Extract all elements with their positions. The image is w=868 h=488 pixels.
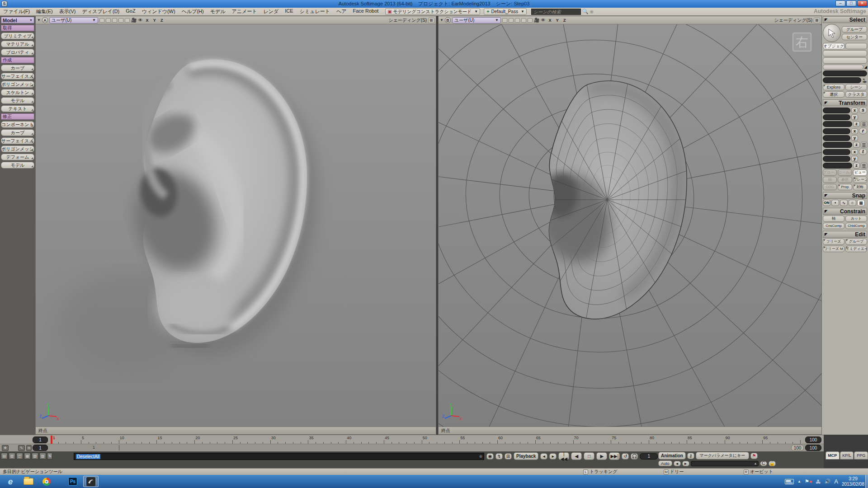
viewport-resize-icon[interactable]: ▼ [440,18,443,22]
scene-search-input[interactable]: シーンの検索 [531,9,581,15]
memo-cam-2[interactable] [509,18,514,23]
action-center-flag-icon[interactable]: ⚑✖ [805,479,812,484]
snap-on-button[interactable]: ON [823,200,830,206]
menubar-item-3[interactable]: ディスプレイ(D) [79,8,123,15]
volume-icon[interactable]: 🔊 [825,479,831,484]
transform-axis-r-x[interactable]: x [851,128,858,134]
transform-extra-2[interactable]: 対称 [853,184,867,190]
transform-axis-r-y[interactable]: y [851,135,858,141]
toolbar-mode-dropdown[interactable]: Model ▼ [1,17,34,23]
layout-mini-icon-4[interactable]: ▦ [24,453,31,460]
mcp-tab-PPG[interactable]: PPG [854,451,868,460]
toolbar-button-1-2[interactable]: ポリゴンメッシュ [1,81,34,88]
memo-cam-1[interactable] [99,18,104,23]
go-to-end-icon[interactable]: ▶▶| [609,452,620,460]
end-frame-field[interactable]: 100 [805,436,821,443]
menubar-item-5[interactable]: ウィンドウ(W) [139,8,179,15]
animation-menu-button[interactable]: Animation [658,452,686,460]
layout-mini-icon-3[interactable]: ◫ [16,453,23,460]
playhead[interactable] [51,436,52,444]
loop-icon[interactable]: ↺ [622,453,629,460]
mcp-tab-KPL[interactable]: KP/L [840,451,854,460]
toolbar-button-1-5[interactable]: テキスト [1,105,34,112]
transform-axis-r-z[interactable]: z [853,142,860,148]
toolbar-button-2-1[interactable]: カーブ [1,129,34,136]
mcp-tab-MCP[interactable]: MCP [826,451,840,460]
scene-button[interactable]: シーン [845,84,867,90]
snap-point-icon[interactable]: • [831,200,839,206]
axis-toggle-xyz[interactable]: X Y Z [146,18,165,23]
current-frame-field[interactable]: 1 [640,453,658,460]
selection-field-1[interactable] [823,70,867,76]
transform-s-y-field[interactable] [823,114,850,120]
memo-cam-3[interactable] [515,18,520,23]
menubar-item-4[interactable]: GoZ [123,8,138,15]
character-key-icon[interactable]: ⚑ [750,453,758,459]
toolbar-button-2-3[interactable]: ポリゴンメッシュ [1,145,34,152]
go-to-start-icon[interactable]: |◀◀ [558,452,569,460]
memo-cam-5[interactable] [528,18,533,23]
chrome-button[interactable] [39,476,54,487]
memo-cam-3[interactable] [112,18,117,23]
minimize-button[interactable]: – [835,0,845,6]
transform-tool-r[interactable]: r [859,128,867,134]
show-desktop-button[interactable] [865,475,868,488]
layout-mini-icon-1[interactable]: ▤ [1,453,8,460]
edit-panel-header[interactable]: ◤ Edit [823,231,867,238]
character-set-button[interactable]: C [760,461,767,466]
toolbar-button-1-4[interactable]: モデル [1,97,34,104]
constrain-button-1[interactable]: カット [845,216,867,222]
viewport-b-camera-dropdown[interactable]: ユーザ(U) ▼ [452,17,501,23]
layout-mini-icon-6[interactable]: ▨ [39,453,46,460]
transform-s-z-field[interactable] [823,121,852,127]
network-icon[interactable]: 🖧 [816,479,821,484]
snap-object-icon[interactable]: ○ [849,200,856,206]
auto-key-button[interactable]: Auto [658,460,672,466]
mark-parameter-key-button[interactable]: マークパラメータにキー [696,452,749,460]
track-split-icon[interactable]: ⧉ [26,445,32,451]
constrain-button-0[interactable]: 軸 [823,216,844,222]
constrain-panel-header[interactable]: ◤ Constrain [823,208,867,215]
transform-tool-s[interactable]: s [859,107,867,113]
camera-icon[interactable]: 🎥 [131,18,137,23]
menubar-item-7[interactable]: モデル [207,8,229,15]
command-history-updown[interactable]: ⇅ [47,453,52,460]
transform-axis-t-z[interactable]: z [853,163,860,169]
viewport-layout-icon[interactable]: ▦ [814,18,820,23]
range-end-field[interactable]: 100 [805,445,821,451]
memo-cam-2[interactable] [106,18,111,23]
axis-toggle-xyz[interactable]: X Y Z [548,18,567,23]
toolbar-button-0-2[interactable]: プロパティ [1,49,34,56]
toolbar-button-0-1[interactable]: マテリアル [1,41,34,47]
edit-button-1[interactable]: グループ [845,239,867,245]
transform-r-x-field[interactable] [823,128,850,134]
viewport-layout-icon[interactable]: ▦ [428,18,434,23]
menubar-item-2[interactable]: 表示(V) [56,8,79,15]
toolbar-button-1-1[interactable]: サーフェイスメッシュ [1,73,34,80]
transform-link-icon-s[interactable] [861,121,867,127]
menubar-item-12[interactable]: ヘア [333,8,350,15]
selection-field-2[interactable] [823,77,861,83]
menubar-item-13[interactable]: Face Robot [349,8,382,15]
selection-button[interactable]: 選択 [823,91,844,98]
transform-axis-t-y[interactable]: y [851,156,858,162]
lock-icon[interactable]: 🔒 [769,461,776,466]
toolbar-button-0-0[interactable]: プリミティブ [1,33,34,39]
script-lasso-icon[interactable]: ↯ [495,453,503,460]
selection-spinner[interactable]: ▲◀▶ [862,78,867,83]
transform-r-z-field[interactable] [823,142,852,148]
viewport-a-camera-dropdown[interactable]: ユーザ(U) ▼ [49,17,98,23]
select-filter-slot-1[interactable] [823,50,867,56]
viewport-a-shading-dropdown[interactable]: シェーディング(S) [388,17,427,23]
clear-command-icon[interactable]: ⊗ [479,454,482,459]
select-filter-slot-2[interactable] [823,57,867,64]
viewport-b-letter[interactable]: B [445,17,451,23]
memo-cam-5[interactable] [125,18,130,23]
timeline-ruler[interactable]: 1 5101520253035404550556065707580859095 … [0,435,824,444]
ime-indicator[interactable]: A [834,478,838,485]
search-icon[interactable]: 🔍 [582,9,589,14]
playback-button[interactable]: Playback [514,452,538,460]
transform-link-icon-r[interactable] [861,142,867,148]
transform-link-icon-t[interactable] [861,163,867,169]
viewport-a-canvas[interactable]: Y X Z [36,24,436,427]
